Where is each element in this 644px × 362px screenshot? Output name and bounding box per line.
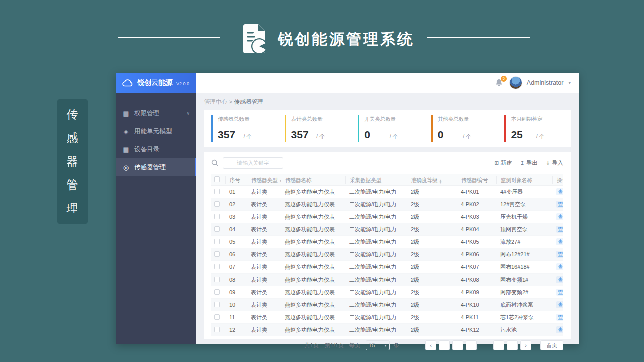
page-number-button[interactable] (452, 340, 463, 350)
user-menu-caret-icon[interactable]: ▾ (568, 80, 571, 85)
search-input[interactable] (223, 157, 283, 169)
cell-sensor-code: 4-PK05 (457, 239, 496, 245)
sidebar-item-catalog[interactable]: ▦ 设备目录 (116, 140, 196, 158)
cell-sensor-type: 表计类 (247, 226, 281, 233)
cell-data-type: 二次能源/电力/电力 (345, 289, 407, 296)
sidebar-item-permission[interactable]: ▤ 权限管理 ∨ (116, 104, 196, 122)
view-button[interactable]: 查看 (556, 251, 564, 258)
cell-sensor-type: 表计类 (247, 238, 281, 246)
cell-sensor-type: 表计类 (247, 263, 281, 271)
cell-no: 05 (225, 239, 247, 245)
sidebar-item-model[interactable]: ◈ 用能单元模型 (116, 122, 196, 140)
row-checkbox[interactable] (214, 201, 220, 207)
prev-page-button[interactable]: ‹ (425, 340, 436, 350)
logo-version: V2.0.0 (176, 81, 189, 86)
notification-bell-icon[interactable]: 5 (495, 78, 505, 88)
row-checkbox[interactable] (214, 251, 220, 257)
cell-sensor-name: 燕赵多功能电力仪表 (281, 326, 345, 334)
cloud-icon (122, 79, 134, 87)
select-all-checkbox[interactable] (214, 176, 220, 182)
cell-target-name: 污水池 (496, 326, 552, 334)
next-page-button[interactable]: › (520, 340, 531, 350)
create-button[interactable]: ⊞ 新建 (494, 159, 512, 167)
page-ellipsis (479, 340, 491, 350)
cell-sensor-type: 表计类 (247, 213, 281, 221)
breadcrumb-parent[interactable]: 管理中心 (204, 99, 227, 105)
row-checkbox[interactable] (214, 302, 220, 307)
page-number-button[interactable] (507, 340, 518, 350)
cell-sensor-name: 燕赵多功能电力仪表 (281, 251, 345, 258)
sidebar-item-sensor[interactable]: ◎ 传感器管理 (116, 158, 196, 176)
row-checkbox[interactable] (214, 277, 220, 282)
cell-target-name: 网部变频2# (496, 289, 552, 296)
row-checkbox[interactable] (214, 239, 220, 244)
cell-no: 08 (225, 277, 247, 283)
cell-data-type: 二次能源/电力/电力 (345, 314, 407, 321)
search-icon[interactable] (211, 159, 219, 167)
sidebar: 锐创云能源 V2.0.0 ▤ 权限管理 ∨ ◈ 用能单元模型 ▦ 设备目录 ◎ … (116, 73, 196, 344)
cell-no: 12 (225, 327, 247, 333)
export-button[interactable]: ↥ 导出 (520, 159, 538, 167)
page-number-button[interactable] (493, 340, 504, 350)
row-checkbox[interactable] (214, 327, 220, 332)
cell-accuracy: 2级 (407, 201, 457, 208)
export-icon: ↥ (520, 160, 525, 166)
row-checkbox[interactable] (214, 214, 220, 219)
cell-target-name: 芯1芯2冲浆泵 (496, 314, 552, 321)
cell-sensor-type: 表计类 (247, 276, 281, 284)
view-button[interactable]: 查看 (556, 289, 564, 296)
stat-card-1: 表计类总数量 357 / 个 (285, 115, 351, 142)
stat-unit: / 个 (463, 133, 471, 139)
view-button[interactable]: 查看 (556, 213, 564, 220)
cell-sensor-code: 4-PK07 (457, 264, 496, 270)
cell-target-name: 网布12#21# (496, 251, 552, 258)
sort-icon[interactable]: ▲▼ (439, 179, 442, 184)
row-checkbox[interactable] (214, 264, 220, 269)
cell-no: 02 (225, 201, 247, 207)
table-row: 08 表计类 燕赵多功能电力仪表 二次能源/电力/电力 2级 4-PK08 网布… (211, 274, 564, 286)
notification-badge: 5 (501, 76, 507, 82)
first-page-button[interactable]: 首页 (540, 340, 564, 350)
view-button[interactable]: 查看 (556, 201, 564, 208)
row-checkbox[interactable] (214, 289, 220, 295)
cell-target-name: 流放27# (496, 238, 552, 246)
row-checkbox[interactable] (214, 226, 220, 232)
page-number-button[interactable] (439, 340, 450, 350)
table-row: 05 表计类 燕赵多功能电力仪表 二次能源/电力/电力 2级 4-PK05 流放… (211, 236, 564, 248)
row-checkbox[interactable] (214, 189, 220, 194)
cell-sensor-code: 4-PK04 (457, 226, 496, 232)
view-button[interactable]: 查看 (556, 238, 564, 245)
per-page-select[interactable]: 15 ▾ (366, 340, 390, 350)
breadcrumb-current: 传感器管理 (234, 99, 263, 105)
stat-card-2: 开关类总数量 0 / 个 (358, 115, 424, 142)
create-icon: ⊞ (494, 160, 499, 166)
view-button[interactable]: 查看 (556, 326, 564, 333)
col-target-name: 监测对象名称 (496, 176, 552, 184)
table-row: 03 表计类 燕赵多功能电力仪表 二次能源/电力/电力 2级 4-PK03 压光… (211, 211, 564, 223)
view-button[interactable]: 查看 (556, 188, 564, 195)
main-content: 5 Administrator ▾ 管理中心 > 传感器管理 传感器总数量 35… (196, 73, 579, 344)
page-number-button[interactable] (466, 340, 477, 350)
view-button[interactable]: 查看 (556, 276, 564, 283)
table-row: 04 表计类 燕赵多功能电力仪表 二次能源/电力/电力 2级 4-PK04 顶网… (211, 223, 564, 236)
cell-no: 01 (225, 189, 247, 195)
side-tag-sensor-management: 传感器管理 (57, 99, 88, 224)
import-button[interactable]: ↧ 导入 (546, 159, 564, 167)
cell-data-type: 二次能源/电力/电力 (345, 276, 407, 284)
username[interactable]: Administrator (527, 79, 564, 86)
import-icon: ↧ (546, 160, 550, 166)
cell-sensor-code: 4-PK10 (457, 302, 496, 308)
topbar: 5 Administrator ▾ (196, 73, 579, 93)
view-button[interactable]: 查看 (556, 314, 564, 321)
avatar[interactable] (509, 76, 522, 89)
cell-accuracy: 2级 (407, 251, 457, 258)
row-checkbox[interactable] (214, 314, 220, 320)
col-sensor-code: 传感器编号 (457, 176, 496, 184)
page-buttons (436, 340, 518, 350)
cell-data-type: 二次能源/电力/电力 (345, 301, 407, 309)
cell-accuracy: 2级 (407, 326, 457, 334)
stat-value: 357 (218, 129, 241, 141)
view-button[interactable]: 查看 (556, 301, 564, 308)
view-button[interactable]: 查看 (556, 263, 564, 270)
view-button[interactable]: 查看 (556, 226, 564, 233)
